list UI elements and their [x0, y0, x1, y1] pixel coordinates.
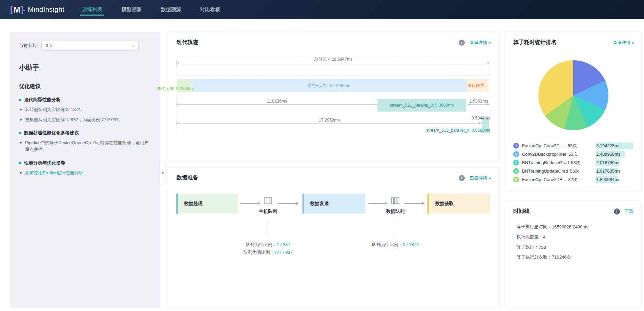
op-rank-row: 3 BNTrainingReduceGrad 53次 2.016799ms — [513, 158, 633, 167]
logo-superscript: s — [23, 8, 25, 12]
data-preparation-header: 数据准备 i 查看详情 » — [176, 174, 490, 181]
op-ranking-list: 1 FusionOp_Conv2D_... 53次 3.194225ms 2 C… — [513, 141, 633, 184]
tab-data-lineage[interactable]: 数据溯源 — [159, 0, 183, 19]
double-chevron-icon: » — [489, 175, 490, 180]
suggestion-item: ▶ 主机侧队列为空比例 1/ 937，为满比例 777/ 937。 — [19, 116, 151, 123]
op-rank-row: 1 FusionOp_Conv2D_... 53次 3.194225ms — [513, 141, 633, 150]
measure-arrow — [176, 104, 377, 105]
right-column: 算子耗时统计排名 查看详情 » 1 FusionOp_Conv2D_... 53… — [505, 32, 642, 308]
connector-line — [268, 222, 268, 238]
timeline-header: 时间线 i 下载 — [513, 208, 633, 215]
data-flow-diagram: 数据处理 主机队列 数据发送 — [176, 194, 490, 295]
op-name: FusionOp_Conv2DB... — [522, 177, 566, 182]
profiler-guide-link[interactable]: 如何使用Profiler进行性能分析 — [25, 170, 83, 176]
op-count: 53次 — [568, 151, 578, 157]
top-navbar: [M]s MindInsight 训练列表 模型溯源 数据溯源 对比看板 — [0, 0, 644, 19]
assistant-title: 小助手 — [19, 63, 151, 72]
row4-top-label: 0.5844ms — [472, 116, 490, 120]
host-queue-label: 主机队列 — [248, 208, 288, 215]
stat-line: 队列为满比例：777 / 937 — [221, 249, 315, 257]
op-rank-row: 4 BNTrainingUpdateGrad 53次 1.917635ms — [513, 167, 633, 175]
measure-tick — [176, 120, 177, 126]
stat-line: 队列为空比例：1 / 937 — [221, 241, 315, 249]
stat-value: 0 / 1874 — [403, 242, 419, 247]
total-duration-label: 总时长 ≈ 18.6947ms — [176, 57, 490, 62]
suggestion-item-text: Pipeline中的算子DeviceQueueOp_0可能存在性能瓶颈，请用户重… — [25, 139, 151, 153]
queue-icon — [263, 196, 273, 206]
stat-value: 758 — [539, 245, 546, 250]
rank-badge: 2 — [513, 151, 519, 157]
flow-node-data-process: 数据处理 — [176, 194, 238, 214]
profiler-guide-link-row: ▶ 如何使用Profiler进行性能分析 — [19, 170, 151, 176]
op-duration: 1.890634ms — [596, 177, 621, 182]
op-ranking-header: 算子耗时统计排名 查看详情 » — [513, 39, 633, 46]
flow-arrow-icon — [368, 203, 387, 204]
view-details-link[interactable]: 查看详情 » — [470, 40, 490, 46]
stat-value: 16590026.2400ms — [552, 224, 588, 229]
view-details-link[interactable]: 查看详情 » — [613, 40, 633, 46]
measure-tick — [176, 101, 177, 107]
stat-value: 710246次 — [552, 254, 571, 260]
panel-title: 算子耗时统计排名 — [513, 39, 557, 46]
fwd-bwd-label: 前向+反向: 17.1492ms — [191, 83, 467, 88]
triangle-right-icon: ▶ — [20, 171, 22, 176]
stat-value: 1 / 937 — [277, 242, 290, 247]
total-duration-measure: 总时长 ≈ 18.6947ms — [176, 54, 490, 66]
host-queue-stats: 队列为空比例：1 / 937 队列为满比例：777 / 937 — [221, 241, 315, 257]
info-icon[interactable]: i — [459, 40, 465, 46]
sidebar-collapse-handle[interactable]: ◀ — [160, 161, 165, 184]
suggestion-section-title-text: 性能分析与优化指导 — [24, 160, 65, 166]
stream-513-label: stream_513_parallel_0: 0.5583ms — [426, 128, 490, 133]
flow-node-label: 数据获取 — [435, 201, 454, 207]
row3-left-label: 11.8136ms — [176, 99, 377, 104]
info-icon[interactable]: i — [459, 175, 465, 181]
stat-label: 队列为满比例： — [243, 250, 274, 255]
op-duration: 3.194225ms — [596, 143, 621, 148]
suggestion-section-profiler-guide: 性能分析与优化指导 ▶ 如何使用Profiler进行性能分析 — [19, 160, 151, 176]
card-select[interactable]: 0卡 — [41, 41, 139, 51]
logo-bracket-left: [ — [10, 4, 13, 15]
row3-right-label: 1.5362ms — [467, 99, 490, 104]
op-rank-row: 5 FusionOp_Conv2DB... 32次 1.890634ms — [513, 175, 633, 184]
tab-training-list[interactable]: 训练列表 — [80, 0, 104, 19]
suggestion-section-title-text: 迭代间隙性能分析 — [24, 97, 61, 103]
stat-line: 算子数目：758 — [517, 242, 633, 252]
double-chevron-icon: » — [632, 40, 633, 45]
flow-arrow-icon — [404, 203, 424, 204]
iteration-trace-panel: 迭代轨迹 i 查看详情 » 总时长 ≈ 18.6947ms — [167, 32, 500, 162]
stream-521-bar: stream_521_parallel_0: 5.0880ms — [377, 99, 466, 112]
stat-label: 队列为空比例： — [246, 242, 277, 247]
suggestion-section-iteration-gap: 迭代间隙性能分析 ▶ 芯片侧队列为空比例 0/ 1874。 ▶ 主机侧队列为空比… — [19, 97, 151, 123]
panel-title: 迭代轨迹 — [176, 39, 198, 46]
stat-label: 算子执行总时间： — [517, 224, 552, 230]
triangle-right-icon: ▶ — [20, 140, 22, 153]
info-icon[interactable]: i — [614, 208, 620, 215]
iteration-tail-label: 迭代拖尾:... — [467, 83, 488, 88]
view-details-text: 查看详情 — [470, 175, 487, 180]
measure-arrow — [176, 123, 482, 124]
op-duration: 1.917635ms — [596, 169, 621, 174]
flow-node-data-fetch: 数据获取 — [428, 194, 490, 214]
triangle-right-icon: ▶ — [20, 107, 22, 113]
op-rank-row: 2 Conv2DBackpropFilter 53次 2.488958ms — [513, 150, 633, 158]
tab-model-lineage[interactable]: 模型溯源 — [119, 0, 144, 19]
view-details-link[interactable]: 查看详情 » — [470, 175, 490, 181]
suggestion-item: ▶ Pipeline中的算子DeviceQueueOp_0可能存在性能瓶颈，请用… — [19, 139, 151, 153]
flow-arrow-icon — [277, 203, 298, 204]
stat-value: 4 — [543, 235, 545, 240]
op-name: Conv2DBackpropFilter — [522, 152, 566, 157]
bullet-dot-icon — [19, 162, 21, 164]
download-link[interactable]: 下载 — [625, 208, 633, 215]
assistant-sidebar: 当前卡片 0卡 小助手 优化建议 迭代间隙性能分析 ▶ 芯片侧队列为空比例 0/… — [10, 32, 160, 308]
data-preparation-panel: 数据准备 i 查看详情 » 数据处理 主机队列 — [167, 167, 500, 308]
op-count: 53次 — [570, 168, 579, 174]
op-count: 53次 — [571, 160, 580, 166]
tab-comparison-board[interactable]: 对比看板 — [198, 0, 222, 19]
timeline-panel: 时间线 i 下载 算子执行总时间：16590026.2400ms 执行流数量：4… — [505, 201, 642, 308]
data-queue-stats: 队列为空比例：0 / 1874 — [348, 241, 443, 249]
measure-arrow — [176, 63, 490, 63]
op-time-pie-chart[interactable] — [538, 60, 608, 130]
connector-line — [395, 222, 395, 238]
stream-521-label: stream_521_parallel_0: 5.0880ms — [390, 103, 454, 108]
stat-label: 算子数目： — [517, 244, 539, 250]
